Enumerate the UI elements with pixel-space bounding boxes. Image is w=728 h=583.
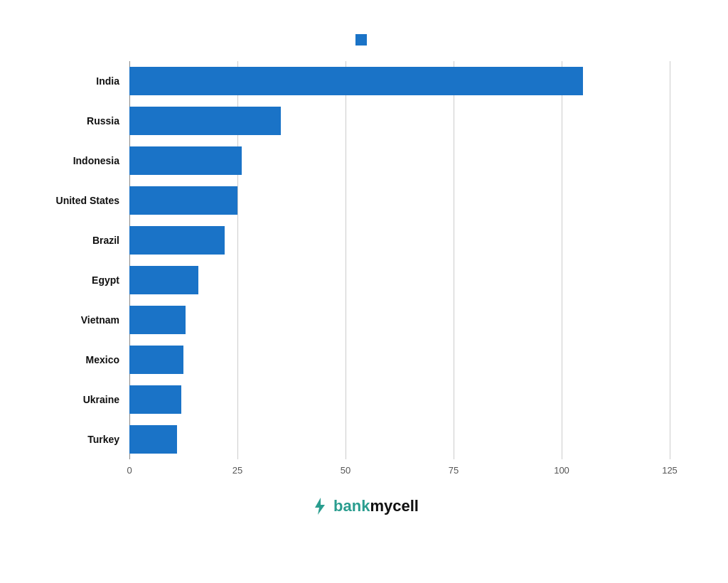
- x-tick: 100: [554, 465, 569, 476]
- bar-row: United States: [37, 181, 670, 220]
- x-tick: 75: [449, 465, 459, 476]
- x-tick: 0: [127, 465, 132, 476]
- bar-label: Egypt: [37, 274, 129, 286]
- branding: bankmycell: [309, 496, 419, 516]
- bar-row: Brazil: [37, 220, 670, 260]
- bar-fill: [129, 186, 237, 215]
- bar-row: India: [37, 61, 670, 101]
- bar-fill: [129, 425, 177, 454]
- bar-label: Russia: [37, 115, 129, 127]
- bar-label: India: [37, 75, 129, 87]
- bar-fill: [129, 146, 242, 175]
- bar-row: Mexico: [37, 340, 670, 380]
- brand-name: bankmycell: [333, 497, 419, 515]
- bar-fill: [129, 266, 198, 294]
- bar-fill: [129, 67, 583, 95]
- bar-row: Turkey: [37, 419, 670, 459]
- bar-fill: [129, 226, 225, 255]
- bar-label: United States: [37, 195, 129, 206]
- bar-label: Brazil: [37, 235, 129, 246]
- chart-container: IndiaRussiaIndonesiaUnited StatesBrazilE…: [37, 61, 691, 481]
- bar-label: Turkey: [37, 434, 129, 445]
- bar-label: Indonesia: [37, 155, 129, 166]
- brand-logo-icon: [309, 496, 329, 516]
- bar-row: Vietnam: [37, 300, 670, 340]
- x-tick: 50: [341, 465, 350, 476]
- bar-fill: [129, 107, 281, 135]
- legend-color-box: [355, 34, 367, 46]
- x-tick: 25: [232, 465, 242, 476]
- x-tick: 125: [662, 465, 678, 476]
- bar-fill: [129, 346, 183, 374]
- bar-row: Egypt: [37, 260, 670, 300]
- bar-label: Vietnam: [37, 314, 129, 326]
- bar-row: Indonesia: [37, 141, 670, 181]
- bar-row: Ukraine: [37, 380, 670, 419]
- legend: [355, 34, 373, 46]
- bar-label: Ukraine: [37, 394, 129, 405]
- bar-row: Russia: [37, 101, 670, 141]
- bar-fill: [129, 385, 181, 414]
- bar-fill: [129, 306, 186, 334]
- grid-line: [670, 61, 670, 459]
- svg-marker-0: [315, 498, 325, 515]
- bar-label: Mexico: [37, 354, 129, 365]
